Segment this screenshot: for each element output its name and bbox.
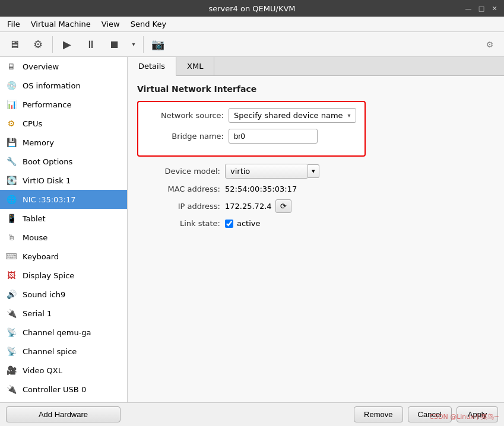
- main-area: 🖥 Overview 💿 OS information 📊 Performanc…: [0, 57, 504, 402]
- sidebar-label-boot: Boot Options: [23, 157, 72, 166]
- overview-icon: 🖥: [5, 60, 18, 73]
- sidebar-item-nic[interactable]: 🌐 NIC :35:03:17: [0, 190, 127, 209]
- sidebar-label-disk: VirtIO Disk 1: [23, 176, 71, 185]
- mac-address-value: 52:54:00:35:03:17: [225, 185, 297, 193]
- ip-address-value: 172.25.72.4: [225, 202, 272, 211]
- bottom-bar: Add Hardware Remove Cancel Apply: [0, 402, 504, 426]
- sidebar-label-keyboard: Keyboard: [23, 252, 59, 261]
- sidebar-label-memory: Memory: [23, 138, 54, 147]
- stop-button[interactable]: ⏹: [104, 34, 125, 55]
- menu-virtual-machine[interactable]: Virtual Machine: [26, 18, 96, 30]
- network-source-select[interactable]: Specify shared device name ▾: [229, 108, 356, 123]
- menu-send-key[interactable]: Send Key: [126, 18, 171, 30]
- sound-icon: 🔊: [5, 288, 18, 301]
- monitor-button[interactable]: 🖥: [4, 34, 25, 55]
- serial-icon: 🔌: [5, 307, 18, 320]
- sidebar-label-controller-usb: Controller USB 0: [23, 385, 86, 394]
- settings-button[interactable]: ⚙: [27, 34, 49, 55]
- device-model-row: Device model: virtio ▾: [137, 164, 495, 179]
- tab-details[interactable]: Details: [128, 57, 176, 76]
- pause-button[interactable]: ⏸: [80, 34, 102, 55]
- sidebar-item-memory[interactable]: 💾 Memory: [0, 133, 127, 152]
- snapshot-button[interactable]: 📷: [147, 34, 169, 55]
- bridge-name-input[interactable]: [229, 129, 318, 144]
- sidebar-label-cpus: CPUs: [23, 119, 42, 128]
- section-title: Virtual Network Interface: [137, 84, 495, 94]
- window-title: server4 on QEMU/KVM: [40, 4, 464, 13]
- link-state-checkbox-row: active: [225, 219, 261, 228]
- keyboard-icon: ⌨: [5, 250, 18, 263]
- device-model-value: virtio: [230, 167, 303, 176]
- device-model-dropdown-button[interactable]: ▾: [308, 164, 319, 178]
- settings-gear-button[interactable]: ⚙: [479, 34, 500, 55]
- sidebar-item-overview[interactable]: 🖥 Overview: [0, 57, 127, 76]
- sidebar-item-os-information[interactable]: 💿 OS information: [0, 76, 127, 95]
- details-content: Virtual Network Interface Network source…: [128, 76, 504, 402]
- watermark: CSDN @Linux小菜鸟~: [429, 412, 499, 421]
- controller-usb-icon: 🔌: [5, 383, 18, 396]
- controller-sata-icon: 🔌: [5, 402, 18, 402]
- sidebar-item-cpus[interactable]: ⚙ CPUs: [0, 114, 127, 133]
- stop-dropdown-button[interactable]: ▾: [128, 34, 140, 55]
- menu-view[interactable]: View: [97, 18, 125, 30]
- memory-icon: 💾: [5, 136, 18, 149]
- sidebar-item-serial[interactable]: 🔌 Serial 1: [0, 304, 127, 323]
- video-icon: 🎥: [5, 364, 18, 377]
- sidebar-item-display-spice[interactable]: 🖼 Display Spice: [0, 266, 127, 285]
- device-model-select[interactable]: virtio: [225, 164, 308, 179]
- performance-icon: 📊: [5, 98, 18, 111]
- device-model-control: virtio ▾: [225, 164, 319, 179]
- sidebar-item-virtio-disk[interactable]: 💽 VirtIO Disk 1: [0, 171, 127, 190]
- link-state-checkbox[interactable]: [225, 220, 233, 228]
- network-source-select-container: Specify shared device name ▾: [229, 108, 356, 123]
- ip-address-label: IP address:: [137, 202, 220, 211]
- maximize-button[interactable]: □: [477, 4, 486, 13]
- ip-refresh-button[interactable]: ⟳: [275, 199, 291, 213]
- menu-file[interactable]: File: [2, 18, 25, 30]
- link-state-label: Link state:: [137, 219, 220, 228]
- sidebar-label-video: Video QXL: [23, 366, 62, 375]
- sidebar-item-video-qxl[interactable]: 🎥 Video QXL: [0, 361, 127, 380]
- sidebar-item-controller-sata[interactable]: 🔌 Controller SATA 0: [0, 399, 127, 402]
- sidebar-item-controller-usb[interactable]: 🔌 Controller USB 0: [0, 380, 127, 399]
- sidebar-item-boot-options[interactable]: 🔧 Boot Options: [0, 152, 127, 171]
- bridge-name-label: Bridge name:: [147, 132, 224, 141]
- sidebar-label-performance: Performance: [23, 100, 71, 109]
- close-button[interactable]: ✕: [490, 4, 499, 13]
- sidebar-label-serial: Serial 1: [23, 309, 52, 318]
- add-hardware-button[interactable]: Add Hardware: [6, 406, 121, 422]
- window-controls[interactable]: — □ ✕: [464, 4, 499, 13]
- toolbar-separator-2: [143, 36, 144, 53]
- sidebar-label-channel-spice: Channel spice: [23, 347, 77, 356]
- mac-address-label: MAC address:: [137, 185, 220, 193]
- cpus-icon: ⚙: [5, 117, 18, 130]
- tab-bar: Details XML: [128, 57, 504, 76]
- link-state-active-label: active: [237, 219, 261, 228]
- network-source-dropdown-arrow: ▾: [348, 112, 351, 119]
- network-source-row: Network source: Specify shared device na…: [147, 108, 356, 123]
- minimize-button[interactable]: —: [464, 4, 473, 13]
- network-source-label: Network source:: [147, 111, 224, 120]
- boot-icon: 🔧: [5, 155, 18, 168]
- channel-spice-icon: 📡: [5, 345, 18, 358]
- titlebar: server4 on QEMU/KVM — □ ✕: [0, 0, 504, 17]
- sidebar-item-channel-qemu[interactable]: 📡 Channel qemu-ga: [0, 323, 127, 342]
- network-source-value: Specify shared device name: [234, 111, 343, 120]
- device-model-label: Device model:: [137, 167, 220, 176]
- mac-address-row: MAC address: 52:54:00:35:03:17: [137, 185, 495, 193]
- sidebar-item-channel-spice[interactable]: 📡 Channel spice: [0, 342, 127, 361]
- sidebar-item-tablet[interactable]: 📱 Tablet: [0, 209, 127, 228]
- menubar: File Virtual Machine View Send Key: [0, 17, 504, 32]
- sidebar-label-channel-qemu: Channel qemu-ga: [23, 328, 91, 337]
- sidebar-item-mouse[interactable]: 🖱 Mouse: [0, 228, 127, 247]
- ip-address-row: IP address: 172.25.72.4 ⟳: [137, 199, 495, 213]
- sidebar-item-keyboard[interactable]: ⌨ Keyboard: [0, 247, 127, 266]
- sidebar-label-display: Display Spice: [23, 271, 74, 280]
- tablet-icon: 📱: [5, 212, 18, 225]
- run-button[interactable]: ▶: [56, 34, 78, 55]
- sidebar-item-performance[interactable]: 📊 Performance: [0, 95, 127, 114]
- sidebar-item-sound[interactable]: 🔊 Sound ich9: [0, 285, 127, 304]
- remove-button[interactable]: Remove: [354, 406, 402, 422]
- network-source-box: Network source: Specify shared device na…: [137, 101, 366, 157]
- tab-xml[interactable]: XML: [176, 57, 214, 75]
